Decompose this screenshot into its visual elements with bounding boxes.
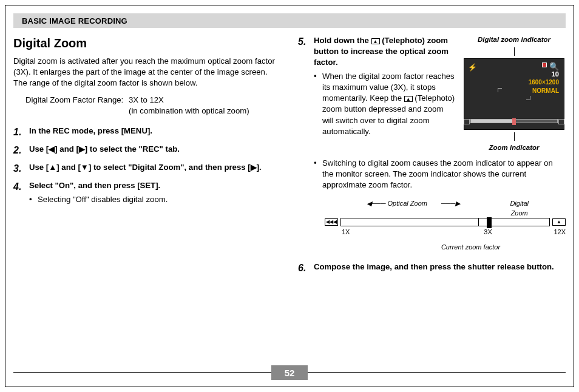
steps-list-cont: Hold down the ▲ (Telephoto) zoom button … bbox=[298, 35, 566, 272]
camera-lcd: ⚡ 🔍 10 1600×1200 NORMAL bbox=[464, 58, 564, 130]
page-number: 52 bbox=[271, 365, 308, 380]
range-label: Digital Zoom Factor Range: bbox=[25, 95, 129, 106]
shot-count: 10 bbox=[552, 70, 559, 79]
resolution-text: 1600×1200 NORMAL bbox=[529, 78, 559, 95]
step-5-text-a: Hold down the bbox=[314, 36, 371, 45]
steps-list: In the REC mode, press [MENU]. Use [◀] a… bbox=[13, 126, 281, 205]
telephoto-icon-2: ▲ bbox=[404, 96, 413, 102]
content: Digital Zoom Digital zoom is activated a… bbox=[13, 30, 566, 363]
zoom-indicator-label: Zoom indicator bbox=[489, 143, 539, 153]
section-header-text: BASIC IMAGE RECORDING bbox=[22, 16, 127, 25]
tele-icon: ▲ bbox=[552, 218, 566, 226]
page-number-text: 52 bbox=[285, 368, 295, 378]
step-4-sub: Selecting "Off" disables digital zoom. bbox=[29, 194, 281, 205]
page-title: Digital Zoom bbox=[13, 35, 281, 52]
step-6: Compose the image, and then press the sh… bbox=[298, 262, 566, 272]
rec-indicator-icon bbox=[542, 63, 547, 67]
range-value-2: (in combination with optical zoom) bbox=[129, 106, 249, 117]
wide-icon: ◀◀◀ bbox=[325, 218, 338, 226]
range-value-1: 3X to 12X bbox=[129, 95, 164, 106]
step-5-sub: When the digital zoom factor reaches its… bbox=[314, 71, 456, 137]
step-5: Hold down the ▲ (Telephoto) zoom button … bbox=[298, 35, 566, 252]
step-3-text: Use [▲] and [▼] to select "Digital Zoom"… bbox=[29, 163, 262, 172]
tick-3x bbox=[478, 218, 479, 226]
step-6-text: Compose the image, and then press the sh… bbox=[314, 262, 554, 271]
step-4-text: Select "On", and then press [SET]. bbox=[29, 181, 160, 190]
right-column: Hold down the ▲ (Telephoto) zoom button … bbox=[298, 35, 566, 363]
digital-zoom-label: Digital Zoom bbox=[485, 199, 566, 217]
resolution-line2: NORMAL bbox=[532, 87, 559, 94]
label-1x: 1X bbox=[342, 228, 350, 237]
optical-zoom-label: ◀─── Optical Zoom ───▶ bbox=[342, 199, 485, 217]
step-3: Use [▲] and [▼] to select "Digital Zoom"… bbox=[13, 162, 281, 173]
flash-icon: ⚡ bbox=[468, 63, 477, 73]
camera-screen-illustration: Digital zoom indicator ⚡ 🔍 10 1600×1200 … bbox=[462, 35, 566, 153]
step-2: Use [◀] and [▶] to select the "REC" tab. bbox=[13, 144, 281, 155]
zoom-wide-icon bbox=[464, 119, 470, 124]
zoom-scale-bar bbox=[340, 218, 550, 226]
current-zoom-knob bbox=[487, 217, 492, 228]
label-12x: 12X bbox=[495, 228, 566, 237]
section-header: BASIC IMAGE RECORDING bbox=[13, 13, 566, 28]
digital-zoom-indicator-label: Digital zoom indicator bbox=[478, 35, 550, 45]
label-3x: 3X bbox=[350, 228, 494, 237]
step-2-text: Use [◀] and [▶] to select the "REC" tab. bbox=[29, 144, 180, 154]
step-1: In the REC mode, press [MENU]. bbox=[13, 126, 281, 137]
telephoto-icon: ▲ bbox=[371, 38, 380, 44]
zoom-tele-icon bbox=[558, 119, 564, 124]
step-1-text: In the REC mode, press [MENU]. bbox=[29, 126, 152, 135]
intro-paragraph: Digital zoom is activated after you reac… bbox=[13, 56, 281, 89]
resolution-line1: 1600×1200 bbox=[529, 79, 559, 86]
zoom-range-diagram: ◀─── Optical Zoom ───▶ Digital Zoom ◀◀◀ … bbox=[325, 199, 566, 252]
zoom-bar bbox=[470, 119, 558, 123]
zoom-range-block: Digital Zoom Factor Range: 3X to 12X (in… bbox=[25, 95, 281, 117]
left-column: Digital Zoom Digital zoom is activated a… bbox=[13, 35, 281, 363]
zoom-knob bbox=[512, 118, 516, 125]
step-4: Select "On", and then press [SET]. Selec… bbox=[13, 180, 281, 204]
current-zoom-label: Current zoom factor bbox=[376, 243, 566, 252]
step-5-bullet-2: Switching to digital zoom causes the zoo… bbox=[314, 158, 566, 191]
focus-brackets-icon bbox=[498, 88, 530, 100]
